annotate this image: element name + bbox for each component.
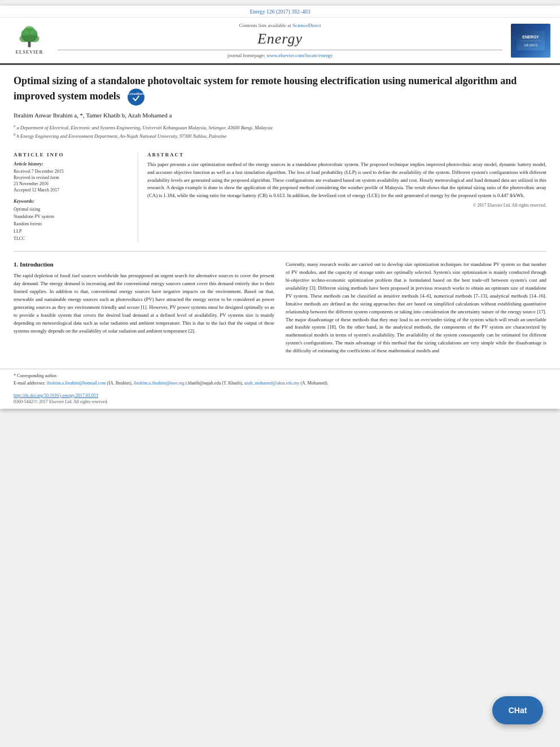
affiliation-a: a a Department of Electrical, Electronic… (14, 123, 546, 132)
doi-link[interactable]: http://dx.doi.org/10.1016/j.energy.2017.… (14, 393, 98, 398)
energy-logo-box: ENERGY 126 (2017) (511, 24, 550, 58)
article-title: Optimal sizing of a standalone photovolt… (14, 74, 546, 106)
svg-point-5 (21, 29, 29, 36)
keywords-label: Keywords: (14, 198, 129, 204)
keyword-3: Random forests (14, 221, 129, 228)
article-history: Article history: Received 7 December 201… (14, 161, 129, 193)
energy-logo-icon: ENERGY 126 (2017) (517, 30, 545, 50)
elsevier-logo: ELSEVIER (7, 22, 52, 59)
abstract-text: This paper presents a size optimization … (147, 161, 546, 199)
energy-logo-section: ENERGY 126 (2017) (508, 22, 553, 59)
svg-rect-7 (517, 30, 545, 50)
elsevier-tree-icon (15, 26, 43, 49)
email3-link[interactable]: azah_mohamed@ukm.edu.my (244, 381, 300, 386)
svg-point-11 (128, 89, 145, 106)
journal-header: ELSEVIER Contents lists available at Sci… (0, 18, 560, 65)
article-info-heading: ARTICLE INFO (14, 152, 129, 158)
homepage-line: journal homepage: www.elsevier.com/locat… (228, 53, 333, 58)
homepage-link[interactable]: www.elsevier.com/locate/energy (266, 53, 333, 58)
keywords-block: Keywords: Optimal sizing Standalone PV s… (14, 198, 129, 242)
article-info-col: ARTICLE INFO Article history: Received 7… (14, 152, 138, 242)
corresponding-author: * Corresponding author. (14, 373, 546, 380)
main-col-right: Currently, many research works are carri… (286, 261, 546, 360)
citation-text: Energy 126 (2017) 392–403 (250, 9, 310, 15)
svg-point-6 (30, 29, 38, 36)
svg-point-3 (30, 35, 40, 42)
crossmark-badge[interactable]: CrossMark (127, 88, 145, 106)
header-divider (58, 50, 502, 50)
article-info-abstract: ARTICLE INFO Article history: Received 7… (0, 147, 560, 247)
abstract-heading: ABSTRACT (147, 152, 546, 158)
authors-line: Ibrahim Anwar Ibrahim a, *, Tamer Khatib… (14, 112, 546, 119)
intro-paragraph-1: The rapid depletion of fossil fuel sourc… (14, 272, 274, 335)
article-section: Optimal sizing of a standalone photovolt… (0, 65, 560, 147)
email2-link[interactable]: ibrahim.a.ibrahim@ieee.org (134, 381, 185, 386)
copyright-line: © 2017 Elsevier Ltd. All rights reserved… (147, 203, 546, 208)
doi-line: http://dx.doi.org/10.1016/j.energy.2017.… (0, 390, 560, 398)
footnote-section: * Corresponding author. E-mail addresses… (0, 369, 560, 390)
sciencedirect-link[interactable]: ScienceDirect (292, 23, 321, 28)
keyword-1: Optimal sizing (14, 206, 129, 213)
elsevier-logo-section: ELSEVIER (7, 22, 52, 59)
main-divider (14, 251, 546, 252)
affiliation-b: b b Energy Engineering and Environment D… (14, 132, 546, 140)
main-col-left: 1. Introduction The rapid depletion of f… (14, 261, 274, 360)
intro-heading: 1. Introduction (14, 261, 274, 268)
svg-rect-0 (28, 42, 31, 47)
email1-link[interactable]: ibrahim.a.ibrahim@hotmail.com (47, 381, 106, 386)
citation-bar: Energy 126 (2017) 392–403 (0, 6, 560, 18)
accepted-date: Accepted 12 March 2017 (14, 187, 129, 193)
intro-heading-label: 1. Introduction (14, 261, 54, 268)
keyword-2: Standalone PV system (14, 213, 129, 221)
received-date: Received 7 December 2015 (14, 169, 129, 174)
issn-line: 0360-5442/© 2017 Elsevier Ltd. All right… (0, 398, 560, 409)
keywords-list: Optimal sizing Standalone PV system Rand… (14, 206, 129, 242)
main-content: 1. Introduction The rapid depletion of f… (0, 256, 560, 364)
svg-point-2 (19, 35, 28, 42)
svg-text:126 (2017): 126 (2017) (524, 43, 538, 47)
history-label: Article history: (14, 161, 129, 167)
received-revised-date: 23 November 2016 (14, 181, 129, 186)
keyword-4: LLP (14, 228, 129, 235)
svg-text:ENERGY: ENERGY (522, 35, 539, 39)
email-footnote: E-mail addresses: ibrahim.a.ibrahim@hotm… (14, 380, 546, 387)
keyword-5: TLCC (14, 235, 129, 243)
elsevier-wordmark: ELSEVIER (16, 50, 43, 55)
svg-text:CrossMark: CrossMark (128, 92, 145, 95)
abstract-col: ABSTRACT This paper presents a size opti… (138, 152, 546, 242)
journal-name: Energy (257, 30, 303, 47)
intro-paragraph-2: Currently, many research works are carri… (286, 261, 546, 355)
affiliations: a a Department of Electrical, Electronic… (14, 123, 546, 139)
received-revised-label: Received in revised form (14, 175, 129, 180)
sciencedirect-line: Contents lists available at ScienceDirec… (239, 23, 321, 28)
journal-title-section: Contents lists available at ScienceDirec… (58, 22, 502, 59)
crossmark-icon: CrossMark (127, 88, 145, 106)
